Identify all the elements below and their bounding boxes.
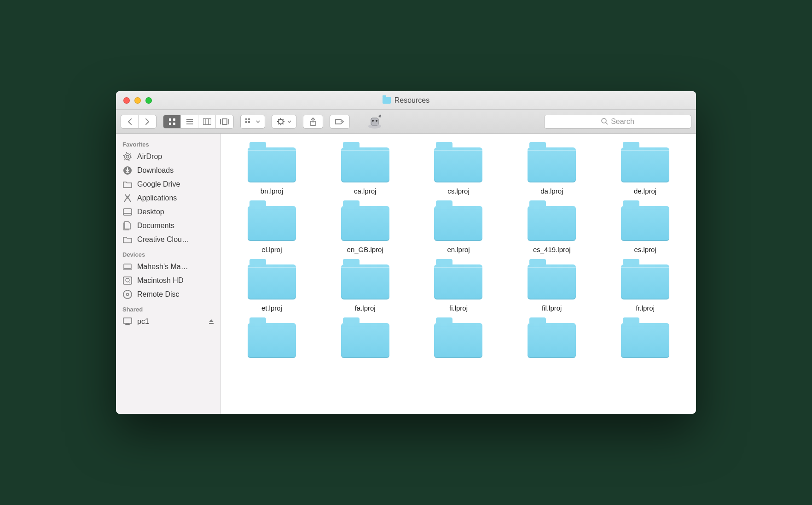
applications-icon — [122, 194, 133, 203]
svg-line-24 — [278, 123, 279, 124]
group-by-button[interactable] — [240, 115, 265, 129]
svg-rect-13 — [245, 118, 247, 120]
sidebar-item-label: Downloads — [137, 166, 174, 175]
folder-item[interactable]: de.lproj — [605, 147, 685, 195]
folder-icon — [248, 264, 296, 299]
folder-label: el.lproj — [261, 246, 282, 253]
folder-label: fil.lproj — [542, 304, 562, 312]
folder-icon — [621, 264, 669, 299]
folder-item[interactable]: fi.lproj — [419, 264, 499, 312]
body: Favorites AirDrop Downloads Google Drive… — [116, 134, 696, 414]
folder-icon — [341, 147, 389, 182]
sidebar-item-pc1[interactable]: pc1 — [116, 315, 220, 329]
folder-item[interactable]: ca.lproj — [325, 147, 405, 195]
action-menu-button[interactable] — [272, 115, 296, 129]
svg-rect-7 — [203, 118, 211, 124]
folder-item[interactable]: fa.lproj — [325, 264, 405, 312]
sidebar-item-google-drive[interactable]: Google Drive — [116, 177, 220, 191]
view-mode-group — [163, 115, 234, 129]
svg-rect-11 — [222, 119, 227, 124]
folder-icon — [528, 323, 576, 358]
folder-icon — [248, 206, 296, 241]
folder-item[interactable]: es.lproj — [605, 206, 685, 253]
sidebar-item-airdrop[interactable]: AirDrop — [116, 150, 220, 164]
search-placeholder: Search — [611, 117, 634, 126]
folder-item[interactable]: cs.lproj — [419, 147, 499, 195]
folder-item[interactable]: en_GB.lproj — [325, 206, 405, 253]
tags-button[interactable] — [330, 115, 350, 129]
folder-item[interactable]: et.lproj — [232, 264, 312, 312]
share-button[interactable] — [303, 115, 323, 129]
icon-view-button[interactable] — [163, 115, 181, 128]
downloads-icon — [122, 166, 133, 175]
sidebar-item-label: pc1 — [137, 317, 149, 326]
close-button[interactable] — [123, 97, 130, 104]
forward-button[interactable] — [139, 115, 156, 128]
folder-item[interactable]: es_419.lproj — [512, 206, 592, 253]
sidebar-item-label: Macintosh HD — [137, 276, 183, 285]
column-view-button[interactable] — [198, 115, 216, 128]
search-field[interactable]: Search — [544, 115, 691, 129]
content-area[interactable]: bn.lprojca.lprojcs.lprojda.lprojde.lproj… — [221, 134, 696, 414]
sidebar-item-creative-cloud[interactable]: Creative Clou… — [116, 233, 220, 247]
window-title-area: Resources — [116, 96, 696, 105]
sidebar-item-label: Applications — [137, 194, 177, 202]
folder-icon — [621, 147, 669, 182]
folder-icon — [621, 323, 669, 358]
svg-line-33 — [606, 123, 608, 124]
folder-label: fa.lproj — [355, 304, 376, 312]
sb-section-favorites: Favorites — [116, 136, 220, 150]
sidebar-item-documents[interactable]: Documents — [116, 219, 220, 233]
sidebar-item-downloads[interactable]: Downloads — [116, 164, 220, 177]
folder-item[interactable] — [419, 323, 499, 363]
sidebar-item-applications[interactable]: Applications — [116, 191, 220, 205]
svg-rect-49 — [126, 323, 129, 324]
folder-label: es.lproj — [634, 246, 656, 253]
svg-point-44 — [126, 278, 129, 282]
svg-rect-15 — [245, 121, 247, 123]
eject-icon[interactable] — [209, 319, 214, 324]
back-button[interactable] — [121, 115, 139, 128]
svg-line-22 — [278, 119, 279, 120]
folder-icon — [621, 206, 669, 241]
sidebar-item-macintosh-hd[interactable]: Macintosh HD — [116, 274, 220, 288]
airdrop-icon — [122, 152, 133, 161]
folder-label: et.lproj — [261, 304, 282, 312]
svg-rect-51 — [209, 323, 214, 324]
sidebar-item-desktop[interactable]: Desktop — [116, 205, 220, 219]
folder-item[interactable]: da.lproj — [512, 147, 592, 195]
svg-point-34 — [126, 155, 129, 158]
folder-item[interactable]: fr.lproj — [605, 264, 685, 312]
folder-item[interactable] — [512, 323, 592, 363]
svg-point-31 — [376, 120, 377, 122]
sidebar-item-remote-disc[interactable]: Remote Disc — [116, 288, 220, 301]
folder-item[interactable]: bn.lproj — [232, 147, 312, 195]
folder-item[interactable]: en.lproj — [419, 206, 499, 253]
svg-point-30 — [372, 120, 374, 122]
sidebar-item-label: Documents — [137, 222, 174, 230]
window-title: Resources — [394, 96, 429, 105]
display-icon — [122, 317, 133, 326]
folder-icon — [434, 147, 482, 182]
folder-icon — [434, 206, 482, 241]
folder-item[interactable] — [605, 323, 685, 363]
sb-section-devices: Devices — [116, 247, 220, 260]
folder-item[interactable] — [325, 323, 405, 363]
folder-item[interactable]: fil.lproj — [512, 264, 592, 312]
nav-buttons — [121, 115, 157, 129]
svg-rect-29 — [371, 118, 378, 125]
svg-point-27 — [341, 121, 342, 122]
maximize-button[interactable] — [145, 97, 152, 104]
folder-item[interactable]: el.lproj — [232, 206, 312, 253]
hdd-icon — [122, 276, 133, 285]
folder-icon — [528, 206, 576, 241]
folder-icon — [434, 323, 482, 358]
minimize-button[interactable] — [134, 97, 141, 104]
folder-item[interactable] — [232, 323, 312, 363]
list-view-button[interactable] — [181, 115, 198, 128]
sb-section-shared: Shared — [116, 301, 220, 315]
folder-label: de.lproj — [634, 187, 656, 195]
folder-label: es_419.lproj — [533, 246, 571, 253]
gallery-view-button[interactable] — [216, 115, 233, 128]
sidebar-item-laptop[interactable]: Mahesh's Ma… — [116, 260, 220, 274]
